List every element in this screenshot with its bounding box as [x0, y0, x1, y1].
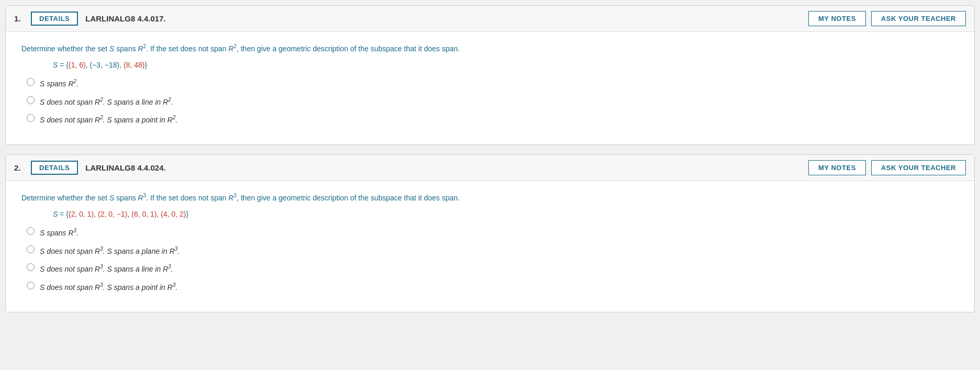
question-prompt-1: Determine whether the set S spans R2. If…: [21, 42, 959, 54]
option-text-1-2: S does not span R2. S spans a line in R2…: [40, 96, 173, 108]
option-text-1-3: S does not span R2. S spans a point in R…: [40, 114, 177, 126]
header-actions-1: MY NOTES ASK YOUR TEACHER: [808, 11, 966, 26]
option-2-3: S does not span R3. S spans a line in R3…: [27, 263, 959, 275]
radio-1-1[interactable]: [27, 78, 35, 86]
question-set-1: S = {(1, 6), (−3, −18), (8, 48)}: [53, 61, 959, 69]
question-header-1: 1. DETAILS LARLINALG8 4.4.017. MY NOTES …: [6, 6, 974, 32]
radio-2-1[interactable]: [27, 227, 35, 235]
option-text-1-1: S spans R2.: [40, 77, 78, 89]
question-id-2: LARLINALG8 4.4.024.: [85, 163, 801, 172]
options-list-2: S spans R3. S does not span R3. S spans …: [27, 227, 959, 293]
question-prompt-2: Determine whether the set S spans R3. If…: [21, 192, 959, 204]
option-2-4: S does not span R3. S spans a point in R…: [27, 281, 959, 293]
option-text-2-2: S does not span R3. S spans a plane in R…: [40, 245, 179, 257]
question-card-2: 2. DETAILS LARLINALG8 4.4.024. MY NOTES …: [5, 154, 975, 312]
question-id-1: LARLINALG8 4.4.017.: [85, 14, 801, 23]
option-2-1: S spans R3.: [27, 227, 959, 239]
radio-2-3[interactable]: [27, 263, 35, 271]
radio-2-4[interactable]: [27, 282, 35, 289]
option-1-3: S does not span R2. S spans a point in R…: [27, 114, 959, 126]
radio-2-2[interactable]: [27, 245, 35, 253]
radio-1-2[interactable]: [27, 96, 35, 104]
question-card-1: 1. DETAILS LARLINALG8 4.4.017. MY NOTES …: [5, 5, 975, 145]
option-text-2-1: S spans R3.: [40, 227, 78, 239]
option-2-2: S does not span R3. S spans a plane in R…: [27, 245, 959, 257]
ask-teacher-button-1[interactable]: ASK YOUR TEACHER: [871, 11, 966, 26]
ask-teacher-button-2[interactable]: ASK YOUR TEACHER: [871, 160, 966, 175]
option-text-2-4: S does not span R3. S spans a point in R…: [40, 281, 177, 293]
question-body-2: Determine whether the set S spans R3. If…: [6, 181, 974, 312]
my-notes-button-2[interactable]: MY NOTES: [808, 160, 866, 175]
option-1-2: S does not span R2. S spans a line in R2…: [27, 96, 959, 108]
radio-1-3[interactable]: [27, 114, 35, 122]
question-body-1: Determine whether the set S spans R2. If…: [6, 32, 974, 144]
my-notes-button-1[interactable]: MY NOTES: [808, 11, 866, 26]
details-button-1[interactable]: DETAILS: [31, 12, 78, 26]
option-1-1: S spans R2.: [27, 77, 959, 89]
question-set-2: S = {(2, 0, 1), (2, 0, −1), (6, 0, 1), (…: [53, 210, 959, 218]
question-number-2: 2.: [14, 163, 24, 172]
details-button-2[interactable]: DETAILS: [31, 161, 78, 175]
options-list-1: S spans R2. S does not span R2. S spans …: [27, 77, 959, 126]
option-text-2-3: S does not span R3. S spans a line in R3…: [40, 263, 173, 275]
header-actions-2: MY NOTES ASK YOUR TEACHER: [808, 160, 966, 175]
question-number-1: 1.: [14, 14, 24, 23]
question-header-2: 2. DETAILS LARLINALG8 4.4.024. MY NOTES …: [6, 155, 974, 181]
